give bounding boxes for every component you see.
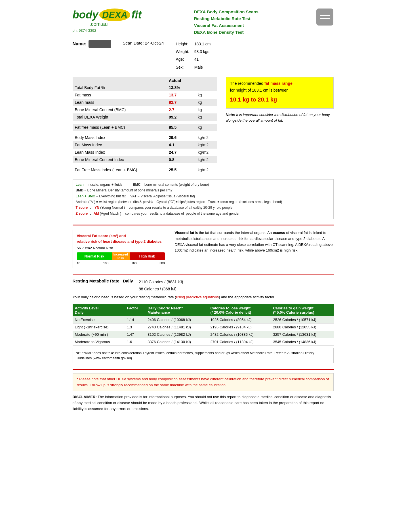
metric-unit: kg/m2	[195, 141, 217, 149]
weight-label: Weight:	[176, 48, 194, 55]
metric-value: 99.2	[167, 113, 195, 121]
metric-unit: kg	[195, 106, 217, 113]
disclaimer-section: * Please note that other DEXA systems an…	[73, 369, 334, 412]
fat-note: Note: It is important consider the distr…	[226, 112, 334, 123]
activity-cell: 2195 Calories / (9184 kJ)	[208, 324, 271, 331]
logo-url: .com.au	[90, 21, 142, 27]
metric-value: 82.7	[167, 99, 195, 106]
metric-label: Fat free mass (Lean + BMC)	[73, 124, 167, 131]
rmr-header: Resting Metabolic Rate Daily 2110 Calori…	[73, 278, 334, 293]
age-label: Age:	[176, 56, 194, 63]
metric-value: 0.8	[167, 156, 195, 163]
patient-stats: Height: 183.1 cm Weight: 98.3 kgs Age: 4…	[175, 40, 216, 71]
metric-label: Fat Free Mass Index (Lean + BMC)	[73, 166, 167, 174]
activity-cell: 2406 Calories / (10068 kJ)	[145, 316, 208, 324]
metric-unit: kg	[195, 99, 217, 106]
metric-value: 24.7	[167, 149, 195, 156]
header: body DEXA fit .com.au ph: 9374-3392 DEXA…	[73, 9, 334, 36]
activity-cell: 1.14	[125, 316, 145, 324]
service-3: Visceral Fat Assessment	[194, 22, 258, 29]
rmr-note-line: Your daily caloric need is based on your…	[73, 295, 334, 302]
main-data: Actual Total Body Fat %13.8%Fat mass13.7…	[73, 77, 334, 174]
sex-value: Male	[194, 64, 215, 71]
metric-unit	[195, 131, 217, 134]
logo-area: body DEXA fit .com.au ph: 9374-3392	[73, 9, 142, 33]
metric-unit: kg/m2	[195, 149, 217, 156]
th-gain: Calories to gain weight(* 5.0% Calorie s…	[271, 304, 333, 316]
actual-header: Actual	[167, 77, 195, 84]
metric-value: 13.8%	[167, 84, 195, 91]
metric-value	[167, 131, 195, 134]
logo-text: body DEXA fit	[73, 9, 142, 21]
metric-value	[167, 163, 195, 166]
risk-labels: 10 100 160 300	[77, 261, 165, 265]
risk-label-100: 100	[103, 261, 108, 265]
visceral-right: Visceral fat is the fat that surrounds t…	[175, 230, 334, 268]
legend-item-2: BMD = Bone Mineral Density (amount of bo…	[76, 187, 331, 193]
risk-label-300: 300	[159, 261, 165, 265]
note-prefix: Note:	[226, 113, 235, 117]
activity-cell: 1.3	[125, 324, 145, 331]
sex-label: Sex:	[176, 64, 194, 71]
scan-date: Scan Date: 24-Oct-24	[123, 41, 164, 45]
activity-cell: 3545 Calories / (14836 kJ)	[271, 338, 333, 346]
metric-value: 85.5	[167, 124, 195, 131]
disclaimer-body: The information provided is for informat…	[73, 395, 331, 411]
disclaimer-text: DISCLAIMER: The information provided is …	[73, 394, 334, 412]
logo-phone: ph: 9374-3392	[73, 28, 142, 33]
menu-icon[interactable]	[316, 9, 333, 26]
risk-normal: Normal Risk	[77, 252, 112, 260]
service-4: DEXA Bone Density Test	[194, 29, 258, 36]
age-value: 41	[194, 56, 215, 63]
activity-cell: 1.47	[125, 331, 145, 338]
logo-dexa: DEXA	[99, 9, 130, 21]
patient-info: Name: Scan Date: 24-Oct-24 Height: 183.1…	[73, 40, 334, 71]
activity-cell: Moderate (~90 min )	[73, 331, 125, 338]
logo-fit: fit	[131, 9, 142, 21]
disclaimer-note: * Please note that other DEXA systems an…	[73, 373, 334, 391]
metric-label: Bone Mineral Content (BMC)	[73, 106, 167, 113]
legend-item-5: T score or YN (Young Normal ) = compares…	[76, 205, 331, 210]
name-label: Name:	[73, 41, 87, 47]
rmr-section: Resting Metabolic Rate Daily 2110 Calori…	[73, 274, 334, 363]
header-services: DEXA Body Composition Scans Resting Meta…	[194, 9, 258, 36]
metric-label: Fat Mass Index	[73, 141, 167, 149]
th-activity: Activity LevelDaily	[73, 304, 125, 316]
activity-cell: 2880 Calories / (12055 kJ)	[271, 324, 333, 331]
legend-item-4: Android ("A") = waist region (between ri…	[76, 199, 331, 205]
metric-label: Lean mass	[73, 99, 167, 106]
risk-high: High Risk	[130, 252, 165, 260]
legend-box: Lean = muscle, organs + fluids BMC = bon…	[73, 179, 334, 219]
metric-value: 2.7	[167, 106, 195, 113]
activity-cell: 2743 Calories / (11481 kJ)	[145, 324, 208, 331]
metric-label: Total DEXA Weight	[73, 113, 167, 121]
visceral-title: Visceral Fat score (cm²) andrelative ris…	[77, 233, 165, 244]
activity-cell: 2482 Calories / (10386 kJ)	[208, 331, 271, 338]
metric-unit	[195, 163, 217, 166]
activity-cell: 3376 Calories / (14130 kJ)	[145, 338, 208, 346]
height-label: Height:	[176, 41, 194, 48]
activity-cell: Moderate to Vigorous	[73, 338, 125, 346]
metric-label	[73, 121, 167, 124]
body-metrics: Actual Total Body Fat %13.8%Fat mass13.7…	[73, 77, 217, 174]
visceral-left: Visceral Fat score (cm²) andrelative ris…	[73, 230, 169, 268]
risk-label-10: 10	[77, 261, 80, 265]
legend-item-6: Z score or AM (Aged Match ) = compares y…	[76, 211, 331, 216]
rmr-footnote: NB: **RMR does not take into considerati…	[73, 348, 334, 363]
th-lose: Calories to lose weight(* 20.0% Calorie …	[208, 304, 271, 316]
disclaimer-title: DISCLAIMER:	[73, 395, 97, 399]
metric-unit	[195, 84, 217, 91]
th-factor: Factor	[125, 304, 145, 316]
note-text: It is important consider the distributio…	[226, 113, 330, 123]
activity-cell: 2526 Calories / (10571 kJ)	[271, 316, 333, 324]
metric-label: Lean Mass Index	[73, 149, 167, 156]
logo-body: body	[73, 9, 98, 21]
visceral-score: 56.7 cm2 Normal Risk	[77, 246, 165, 250]
activity-cell: 3257 Calories / (13631 kJ)	[271, 331, 333, 338]
metric-unit: kg/m2	[195, 156, 217, 163]
metric-unit: kg/m2	[195, 134, 217, 141]
metric-label: Fat mass	[73, 91, 167, 99]
info-box: The recommended fat mass range for heigh…	[226, 77, 334, 174]
rmr-daily: 2110 Calories / (8831 kJ)	[139, 278, 183, 286]
service-2: Resting Metabolic Rate Test	[194, 15, 258, 22]
